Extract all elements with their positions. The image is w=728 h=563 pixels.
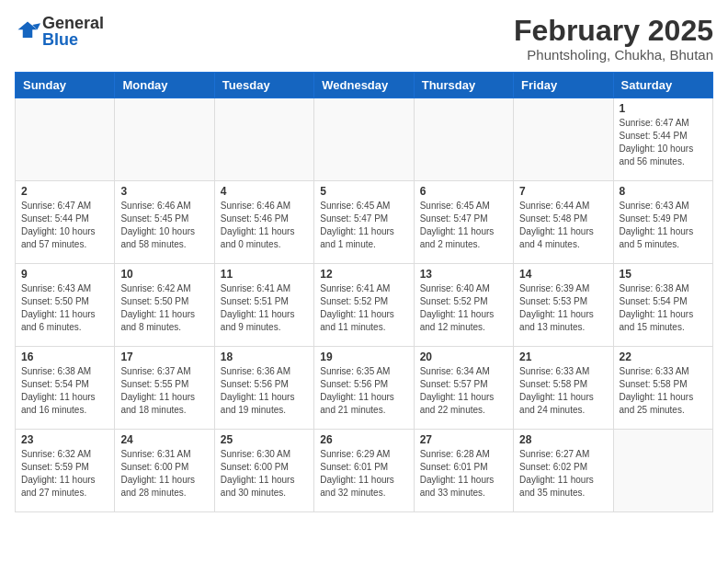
weekday-header-thursday: Thursday — [414, 73, 513, 98]
day-info: Sunrise: 6:39 AM Sunset: 5:53 PM Dayligh… — [519, 282, 607, 334]
day-info: Sunrise: 6:34 AM Sunset: 5:57 PM Dayligh… — [420, 365, 507, 417]
day-number: 4 — [221, 185, 308, 198]
day-info: Sunrise: 6:28 AM Sunset: 6:01 PM Dayligh… — [420, 448, 507, 500]
calendar-cell: 19Sunrise: 6:35 AM Sunset: 5:56 PM Dayli… — [314, 347, 414, 430]
calendar-cell — [414, 98, 513, 181]
day-number: 15 — [620, 268, 707, 281]
day-number: 1 — [620, 102, 707, 115]
calendar-cell: 1Sunrise: 6:47 AM Sunset: 5:44 PM Daylig… — [613, 98, 712, 181]
svg-marker-0 — [18, 22, 38, 39]
day-number: 10 — [120, 268, 208, 281]
calendar-cell: 27Sunrise: 6:28 AM Sunset: 6:01 PM Dayli… — [414, 430, 513, 512]
day-info: Sunrise: 6:47 AM Sunset: 5:44 PM Dayligh… — [620, 117, 707, 168]
calendar-cell: 15Sunrise: 6:38 AM Sunset: 5:54 PM Dayli… — [613, 264, 712, 347]
day-number: 14 — [519, 268, 607, 281]
day-number: 7 — [519, 185, 607, 198]
logo: General Blue — [15, 15, 104, 48]
day-info: Sunrise: 6:33 AM Sunset: 5:58 PM Dayligh… — [620, 365, 707, 417]
weekday-header-wednesday: Wednesday — [314, 73, 414, 98]
day-info: Sunrise: 6:37 AM Sunset: 5:55 PM Dayligh… — [120, 365, 208, 417]
day-number: 17 — [120, 350, 208, 363]
calendar-cell — [115, 98, 214, 181]
day-number: 22 — [620, 350, 707, 363]
day-info: Sunrise: 6:46 AM Sunset: 5:45 PM Dayligh… — [120, 200, 208, 251]
calendar-cell — [514, 98, 613, 181]
calendar-cell: 26Sunrise: 6:29 AM Sunset: 6:01 PM Dayli… — [314, 430, 414, 512]
day-number: 9 — [21, 268, 108, 281]
day-number: 28 — [519, 433, 607, 446]
day-info: Sunrise: 6:31 AM Sunset: 6:00 PM Dayligh… — [120, 448, 208, 500]
day-info: Sunrise: 6:38 AM Sunset: 5:54 PM Dayligh… — [620, 282, 707, 334]
calendar-cell: 7Sunrise: 6:44 AM Sunset: 5:48 PM Daylig… — [514, 181, 613, 264]
day-info: Sunrise: 6:29 AM Sunset: 6:01 PM Dayligh… — [320, 448, 407, 500]
day-number: 6 — [420, 185, 507, 198]
calendar-cell: 18Sunrise: 6:36 AM Sunset: 5:56 PM Dayli… — [214, 347, 313, 430]
weekday-header-saturday: Saturday — [613, 73, 712, 98]
calendar-cell — [214, 98, 313, 181]
day-info: Sunrise: 6:40 AM Sunset: 5:52 PM Dayligh… — [420, 282, 507, 334]
week-row-2: 2Sunrise: 6:47 AM Sunset: 5:44 PM Daylig… — [16, 181, 713, 264]
calendar-cell: 13Sunrise: 6:40 AM Sunset: 5:52 PM Dayli… — [414, 264, 513, 347]
day-info: Sunrise: 6:46 AM Sunset: 5:46 PM Dayligh… — [221, 200, 308, 251]
month-title: February 2025 — [514, 15, 713, 47]
calendar-cell: 21Sunrise: 6:33 AM Sunset: 5:58 PM Dayli… — [514, 347, 613, 430]
day-info: Sunrise: 6:44 AM Sunset: 5:48 PM Dayligh… — [519, 200, 607, 251]
calendar-cell: 22Sunrise: 6:33 AM Sunset: 5:58 PM Dayli… — [613, 347, 712, 430]
day-info: Sunrise: 6:45 AM Sunset: 5:47 PM Dayligh… — [420, 200, 507, 251]
logo-text: General Blue — [42, 15, 104, 48]
weekday-header-monday: Monday — [115, 73, 214, 98]
page-header: General Blue February 2025 Phuntsholing,… — [15, 15, 713, 63]
day-info: Sunrise: 6:41 AM Sunset: 5:52 PM Dayligh… — [320, 282, 407, 334]
day-number: 26 — [320, 433, 407, 446]
week-row-1: 1Sunrise: 6:47 AM Sunset: 5:44 PM Daylig… — [16, 98, 713, 181]
weekday-header-tuesday: Tuesday — [214, 73, 313, 98]
calendar-cell — [613, 430, 712, 512]
day-info: Sunrise: 6:42 AM Sunset: 5:50 PM Dayligh… — [120, 282, 208, 334]
calendar-table: SundayMondayTuesdayWednesdayThursdayFrid… — [15, 72, 713, 512]
calendar-cell: 11Sunrise: 6:41 AM Sunset: 5:51 PM Dayli… — [214, 264, 313, 347]
day-info: Sunrise: 6:30 AM Sunset: 6:00 PM Dayligh… — [221, 448, 308, 500]
day-number: 11 — [221, 268, 308, 281]
location-title: Phuntsholing, Chukha, Bhutan — [514, 47, 713, 63]
week-row-4: 16Sunrise: 6:38 AM Sunset: 5:54 PM Dayli… — [16, 347, 713, 430]
day-number: 8 — [620, 185, 707, 198]
day-number: 18 — [221, 350, 308, 363]
day-number: 16 — [21, 350, 108, 363]
weekday-header-friday: Friday — [514, 73, 613, 98]
calendar-cell: 10Sunrise: 6:42 AM Sunset: 5:50 PM Dayli… — [115, 264, 214, 347]
week-row-3: 9Sunrise: 6:43 AM Sunset: 5:50 PM Daylig… — [16, 264, 713, 347]
day-number: 3 — [120, 185, 208, 198]
day-info: Sunrise: 6:43 AM Sunset: 5:49 PM Dayligh… — [620, 200, 707, 251]
calendar-cell: 28Sunrise: 6:27 AM Sunset: 6:02 PM Dayli… — [514, 430, 613, 512]
day-number: 25 — [221, 433, 308, 446]
calendar-cell: 8Sunrise: 6:43 AM Sunset: 5:49 PM Daylig… — [613, 181, 712, 264]
calendar-cell: 6Sunrise: 6:45 AM Sunset: 5:47 PM Daylig… — [414, 181, 513, 264]
day-number: 2 — [21, 185, 108, 198]
logo-blue-text: Blue — [42, 31, 104, 48]
day-info: Sunrise: 6:47 AM Sunset: 5:44 PM Dayligh… — [21, 200, 108, 251]
calendar-cell: 25Sunrise: 6:30 AM Sunset: 6:00 PM Dayli… — [214, 430, 313, 512]
calendar-cell: 2Sunrise: 6:47 AM Sunset: 5:44 PM Daylig… — [16, 181, 115, 264]
day-info: Sunrise: 6:45 AM Sunset: 5:47 PM Dayligh… — [320, 200, 407, 251]
day-info: Sunrise: 6:36 AM Sunset: 5:56 PM Dayligh… — [221, 365, 308, 417]
day-info: Sunrise: 6:43 AM Sunset: 5:50 PM Dayligh… — [21, 282, 108, 334]
day-info: Sunrise: 6:38 AM Sunset: 5:54 PM Dayligh… — [21, 365, 108, 417]
day-number: 12 — [320, 268, 407, 281]
calendar-cell: 3Sunrise: 6:46 AM Sunset: 5:45 PM Daylig… — [115, 181, 214, 264]
day-number: 13 — [420, 268, 507, 281]
day-info: Sunrise: 6:27 AM Sunset: 6:02 PM Dayligh… — [519, 448, 607, 500]
day-info: Sunrise: 6:33 AM Sunset: 5:58 PM Dayligh… — [519, 365, 607, 417]
logo-bird-icon — [15, 18, 40, 44]
calendar-cell: 17Sunrise: 6:37 AM Sunset: 5:55 PM Dayli… — [115, 347, 214, 430]
calendar-cell: 16Sunrise: 6:38 AM Sunset: 5:54 PM Dayli… — [16, 347, 115, 430]
day-number: 21 — [519, 350, 607, 363]
calendar-cell: 5Sunrise: 6:45 AM Sunset: 5:47 PM Daylig… — [314, 181, 414, 264]
logo-general-text: General — [42, 15, 104, 31]
calendar-cell: 20Sunrise: 6:34 AM Sunset: 5:57 PM Dayli… — [414, 347, 513, 430]
day-number: 5 — [320, 185, 407, 198]
day-number: 27 — [420, 433, 507, 446]
day-info: Sunrise: 6:35 AM Sunset: 5:56 PM Dayligh… — [320, 365, 407, 417]
day-number: 24 — [120, 433, 208, 446]
calendar-cell — [16, 98, 115, 181]
title-area: February 2025 Phuntsholing, Chukha, Bhut… — [514, 15, 713, 63]
